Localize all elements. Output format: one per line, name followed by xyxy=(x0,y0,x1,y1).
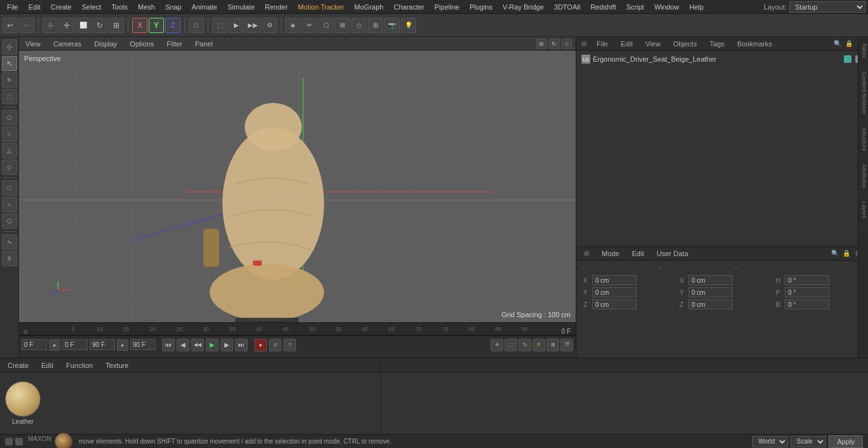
goto-end-btn[interactable]: ⏭ xyxy=(235,339,248,351)
menu-redshift[interactable]: Redshift xyxy=(586,2,620,12)
scale-transport-btn[interactable]: ⬚ xyxy=(505,339,517,351)
z-rot-input[interactable] xyxy=(688,299,733,309)
z-axis-btn[interactable]: Z xyxy=(165,18,180,33)
x-rot-input[interactable] xyxy=(688,275,733,285)
poly-pen-btn[interactable]: △ xyxy=(2,143,17,158)
cube-btn[interactable]: □ xyxy=(2,180,17,196)
pose-btn[interactable]: P xyxy=(532,339,545,351)
camera-btn[interactable]: 📷 xyxy=(384,18,400,33)
current-frame-input[interactable] xyxy=(62,339,88,350)
rotate-left-btn[interactable]: ↻ xyxy=(2,72,17,88)
menu-create[interactable]: Create xyxy=(46,2,76,12)
mat-create[interactable]: Create xyxy=(5,360,31,370)
end-frame-input[interactable] xyxy=(90,339,115,350)
shader-btn[interactable]: S xyxy=(2,251,17,266)
menu-plugins[interactable]: Plugins xyxy=(465,2,497,12)
subdivide-btn[interactable]: ⬡ xyxy=(318,18,334,33)
vp-icon-1[interactable]: ⊞ xyxy=(536,39,546,49)
b-input[interactable] xyxy=(785,299,829,309)
bevel-btn[interactable]: ◇ xyxy=(2,160,17,175)
scale-left-btn[interactable]: ⬚ xyxy=(2,89,17,104)
knife-btn[interactable]: ◇ xyxy=(351,18,367,33)
menu-script[interactable]: Script xyxy=(622,2,649,12)
layers-tab[interactable]: Layers xyxy=(858,195,868,226)
h-input[interactable] xyxy=(785,275,829,285)
menu-file[interactable]: File xyxy=(3,2,23,12)
menu-mograph[interactable]: MoGraph xyxy=(350,2,388,12)
attributes-tab[interactable]: Attributes xyxy=(858,158,868,195)
quad-btn[interactable]: ⊞ xyxy=(368,18,383,33)
select-tool[interactable]: ⊹ xyxy=(43,18,58,33)
menu-snap[interactable]: Snap xyxy=(161,2,186,12)
undo-button[interactable]: ↩ xyxy=(3,18,18,33)
panel-view[interactable]: View xyxy=(641,39,666,49)
scale-tool[interactable]: ⬜ xyxy=(76,18,91,33)
z-pos-input[interactable] xyxy=(592,299,637,309)
vp-icon-2[interactable]: ↻ xyxy=(549,39,559,49)
light-btn[interactable]: 💡 xyxy=(401,18,416,33)
object-item[interactable]: L0 Ergonomic_Driver_Seat_Beige_Leather xyxy=(579,53,865,65)
attr-search-icon[interactable]: 🔍 xyxy=(830,248,840,259)
mat-function[interactable]: Function xyxy=(64,360,95,370)
attr-user-data[interactable]: User Data xyxy=(654,248,691,259)
menu-3dtoall[interactable]: 3DTOAll xyxy=(550,2,585,12)
view-menu[interactable]: View xyxy=(23,39,43,49)
menu-character[interactable]: Character xyxy=(389,2,428,12)
apply-button[interactable]: Apply xyxy=(829,435,863,448)
render-anim-btn[interactable]: ▶▶ xyxy=(245,18,261,33)
menu-motion-tracker[interactable]: Motion Tracker xyxy=(294,2,349,12)
lock-icon[interactable]: 🔒 xyxy=(844,39,854,49)
mat-edit[interactable]: Edit xyxy=(39,360,56,370)
world-select[interactable]: World xyxy=(752,436,788,447)
panel-bookmarks[interactable]: Bookmarks xyxy=(732,39,777,49)
render-transport-btn[interactable]: 🎬 xyxy=(560,339,573,351)
p-input[interactable] xyxy=(785,287,829,297)
autokey-btn[interactable]: ⊙ xyxy=(269,339,281,351)
select-left-btn[interactable]: ↖ xyxy=(2,56,17,71)
filter-menu[interactable]: Filter xyxy=(164,39,184,49)
loop-select-btn[interactable]: ○ xyxy=(2,126,17,142)
menu-simulate[interactable]: Simulate xyxy=(223,2,259,12)
spline-btn[interactable]: ∿ xyxy=(2,234,17,250)
search-icon[interactable]: 🔍 xyxy=(832,39,843,49)
scale-select[interactable]: Scale xyxy=(790,436,826,447)
key-all-btn[interactable]: ? xyxy=(283,339,296,351)
cameras-menu[interactable]: Cameras xyxy=(51,39,85,49)
display-menu[interactable]: Display xyxy=(92,39,119,49)
array-btn[interactable]: ⊞ xyxy=(335,18,350,33)
panel-file[interactable]: File xyxy=(592,39,613,49)
transform-tool[interactable]: ⊞ xyxy=(109,18,124,33)
structure-tab[interactable]: Structure xyxy=(858,121,868,158)
menu-tools[interactable]: Tools xyxy=(107,2,132,12)
move-tool[interactable]: ✛ xyxy=(59,18,74,33)
y-rot-input[interactable] xyxy=(688,287,733,297)
panel-menu[interactable]: Panel xyxy=(193,39,215,49)
content-browser-tab[interactable]: Content Browser xyxy=(858,65,868,121)
redo-button[interactable]: ↩ xyxy=(19,18,34,33)
y-pos-input[interactable] xyxy=(592,287,637,297)
viewport[interactable]: Perspective Grid Spacing : 100 cm xyxy=(19,51,576,322)
play-btn[interactable]: ▶ xyxy=(206,339,219,351)
menu-select[interactable]: Select xyxy=(78,2,106,12)
material-preview-small[interactable] xyxy=(55,433,72,449)
render-region-btn[interactable]: ⬚ xyxy=(212,18,227,33)
panel-tags[interactable]: Tags xyxy=(705,39,729,49)
mat-texture[interactable]: Texture xyxy=(103,360,131,370)
takes-tab[interactable]: Takes xyxy=(858,37,868,65)
rotate-tool[interactable]: ↻ xyxy=(92,18,107,33)
x-axis-btn[interactable]: X xyxy=(132,18,147,33)
menu-window[interactable]: Window xyxy=(650,2,684,12)
vp-icon-3[interactable]: ⊹ xyxy=(562,39,572,49)
render-frame-btn[interactable]: ▶ xyxy=(229,18,244,33)
menu-mesh[interactable]: Mesh xyxy=(133,2,159,12)
goto-start-btn[interactable]: ⏮ xyxy=(162,339,175,351)
x-pos-input[interactable] xyxy=(592,275,637,285)
options-menu[interactable]: Options xyxy=(127,39,156,49)
attr-mode[interactable]: Mode xyxy=(599,248,622,259)
move-transport-btn[interactable]: ✛ xyxy=(491,339,503,351)
panel-edit[interactable]: Edit xyxy=(616,39,638,49)
menu-edit[interactable]: Edit xyxy=(24,2,45,12)
view-3d-btn[interactable]: ◈ xyxy=(285,18,301,33)
play-reverse-btn[interactable]: ◀◀ xyxy=(191,339,204,351)
sphere-btn[interactable]: ○ xyxy=(2,197,17,212)
